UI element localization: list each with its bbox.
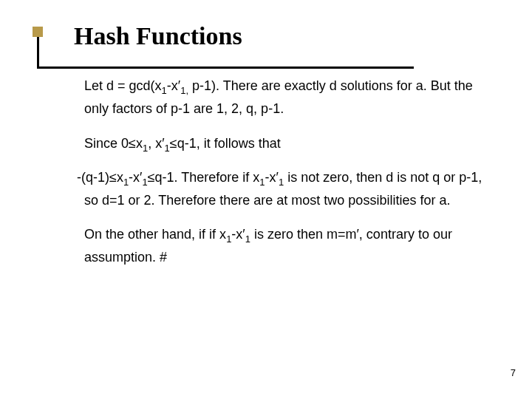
p1-b: -x′ xyxy=(167,78,180,93)
paragraph-4: On the other hand, if if x1-x′1 is zero … xyxy=(84,223,488,268)
paragraph-1: Let d = gcd(x1-x′1, p-1). There are exac… xyxy=(84,75,488,120)
p3-a: -(q-1)≤x xyxy=(77,170,123,185)
p1-sub1: 1 xyxy=(162,85,167,96)
p1-a: Let d = gcd(x xyxy=(84,78,162,93)
p4-b: -x′ xyxy=(231,227,245,242)
corner-square-icon xyxy=(33,27,43,37)
p4-a: On the other hand, if if x xyxy=(84,227,226,242)
p3-c: ≤q-1. Therefore if x xyxy=(148,170,260,185)
p3-sub3: 1 xyxy=(259,177,265,188)
slide-body: Let d = gcd(x1-x′1, p-1). There are exac… xyxy=(84,75,488,268)
p3-d: -x′ xyxy=(265,170,279,185)
title-corner-decoration xyxy=(30,24,46,40)
p2-sub2: 1 xyxy=(165,142,170,153)
paragraph-2: Since 0≤x1, x′1≤q-1, it follows that xyxy=(84,132,488,155)
p3-sub2: 1 xyxy=(142,177,147,188)
p2-a: Since 0≤x xyxy=(84,136,143,151)
paragraph-3: -(q-1)≤x1-x′1≤q-1. Therefore if x1-x′1 i… xyxy=(84,166,488,211)
slide: Hash Functions Let d = gcd(x1-x′1, p-1).… xyxy=(0,0,532,399)
p2-c: ≤q-1, it follows that xyxy=(170,136,281,151)
p2-b: , x′ xyxy=(148,136,164,151)
p3-e: is not zero, then d is not q or p-1, so … xyxy=(84,170,482,208)
p1-sub2: 1, xyxy=(180,85,188,96)
p3-b: -x′ xyxy=(129,170,142,185)
page-number: 7 xyxy=(511,367,516,378)
slide-title: Hash Functions xyxy=(74,22,502,50)
p4-sub2: 1 xyxy=(245,233,250,245)
